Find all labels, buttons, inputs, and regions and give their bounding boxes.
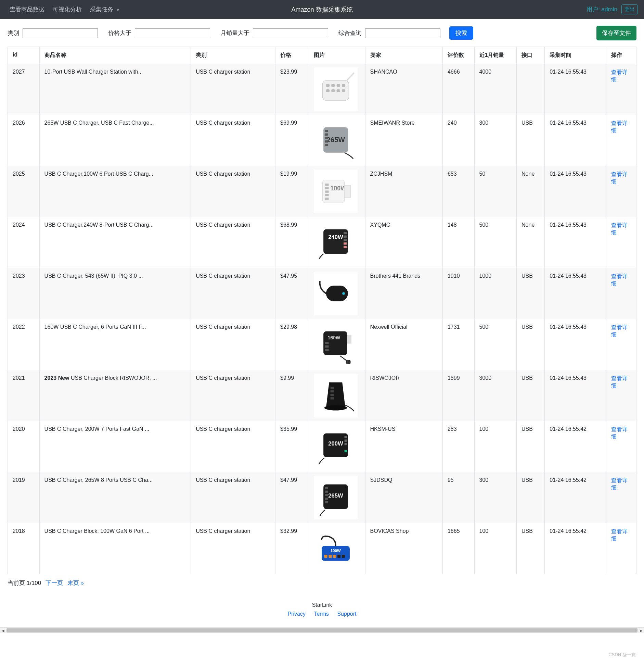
svg-line-9 <box>347 73 354 80</box>
svg-rect-56 <box>325 494 328 496</box>
th-category: 类别 <box>191 47 275 64</box>
nav-link-products[interactable]: 查看商品数据 <box>6 3 48 15</box>
save-to-file-button[interactable]: 保存至文件 <box>596 26 636 40</box>
svg-text:240W: 240W <box>328 234 343 240</box>
footer-link-privacy[interactable]: Privacy <box>288 611 306 617</box>
cell-image: 100W <box>309 523 365 574</box>
chevron-down-icon: ▼ <box>116 8 120 12</box>
svg-rect-54 <box>325 487 328 489</box>
svg-rect-64 <box>337 555 340 558</box>
cell-reviews: 4666 <box>442 64 474 115</box>
cell-category: USB C charger station <box>191 523 275 574</box>
logout-button[interactable]: 登出 <box>621 4 638 14</box>
svg-rect-65 <box>342 555 345 558</box>
table-row: 2022 160W USB C Charger, 6 Ports GaN III… <box>8 319 636 370</box>
cell-seller: SMEIWANR Store <box>365 115 442 166</box>
view-detail-link[interactable]: 查看详细 <box>611 426 628 439</box>
scroll-left-arrow-icon[interactable]: ◀ <box>0 628 6 634</box>
scrollbar-thumb[interactable] <box>7 628 637 632</box>
table-row: 2027 10-Port USB Wall Charger Station wi… <box>8 64 636 115</box>
cell-port: USB <box>517 523 545 574</box>
cell-time: 01-24 16:55:43 <box>545 64 606 115</box>
product-image-icon: 160W <box>314 323 358 366</box>
cell-price: $47.95 <box>275 268 309 319</box>
view-detail-link[interactable]: 查看详细 <box>611 222 628 235</box>
product-image-icon: 100W <box>314 170 358 213</box>
nav-link-visual[interactable]: 可视化分析 <box>49 3 85 15</box>
svg-rect-24 <box>344 185 350 198</box>
svg-rect-49 <box>344 440 347 442</box>
cell-name: 265W USB C Charger, USB C Fast Charge... <box>39 115 191 166</box>
cell-category: USB C charger station <box>191 421 275 472</box>
cell-sales: 4000 <box>474 64 516 115</box>
cell-seller: SJDSDQ <box>365 472 442 523</box>
svg-rect-1 <box>326 84 330 87</box>
cell-port: None <box>517 166 545 217</box>
cell-image: 160W <box>309 319 365 370</box>
table-row: 2021 2023 New USB Charger Block RISWOJOR… <box>8 370 636 421</box>
cell-name: USB C Charger Block, 100W GaN 6 Port ... <box>39 523 191 574</box>
svg-rect-20 <box>325 187 329 189</box>
sales-gt-label: 月销量大于 <box>220 29 249 37</box>
last-page-link[interactable]: 末页 » <box>67 580 84 586</box>
cell-time: 01-24 16:55:43 <box>545 217 606 268</box>
cell-price: $23.99 <box>275 64 309 115</box>
cell-reviews: 283 <box>442 421 474 472</box>
th-time: 采集时间 <box>545 47 606 64</box>
footer-link-terms[interactable]: Terms <box>314 611 329 617</box>
th-port: 接口 <box>517 47 545 64</box>
cell-category: USB C charger station <box>191 319 275 370</box>
navbar: 查看商品数据 可视化分析 采集任务 ▼ Amazon 数据采集系统 用户: ad… <box>0 0 644 19</box>
view-detail-link[interactable]: 查看详细 <box>611 528 628 541</box>
cell-name: 160W USB C Charger, 6 Ports GaN III F... <box>39 319 191 370</box>
view-detail-link[interactable]: 查看详细 <box>611 69 628 82</box>
query-input[interactable] <box>365 28 440 38</box>
svg-rect-51 <box>344 450 347 452</box>
table-header-row: id 商品名称 类别 价格 图片 卖家 评价数 近1月销量 接口 采集时间 操作 <box>8 47 636 64</box>
cell-reviews: 240 <box>442 115 474 166</box>
cell-category: USB C charger station <box>191 166 275 217</box>
svg-rect-21 <box>325 190 329 192</box>
view-detail-link[interactable]: 查看详细 <box>611 375 628 388</box>
sales-gt-input[interactable] <box>253 28 328 38</box>
table-row: 2025 USB C Charger,100W 6 Port USB C Cha… <box>8 166 636 217</box>
scroll-right-arrow-icon[interactable]: ▶ <box>638 628 644 634</box>
cell-seller: XYQMC <box>365 217 442 268</box>
horizontal-scrollbar[interactable]: ◀ ▶ <box>0 627 644 633</box>
product-image-icon: 100W <box>314 527 358 571</box>
category-label: 类别 <box>8 29 19 37</box>
svg-rect-42 <box>331 387 334 389</box>
nav-link-tasks[interactable]: 采集任务 ▼ <box>87 3 123 15</box>
cell-action: 查看详细 <box>606 115 636 166</box>
cell-id: 2020 <box>8 421 40 472</box>
view-detail-link[interactable]: 查看详细 <box>611 324 628 337</box>
app-title: Amazon 数据采集系统 <box>291 5 352 14</box>
cell-image <box>309 370 365 421</box>
cell-price: $68.99 <box>275 217 309 268</box>
svg-rect-45 <box>331 397 334 399</box>
svg-rect-28 <box>344 236 347 238</box>
svg-point-33 <box>342 292 345 295</box>
view-detail-link[interactable]: 查看详细 <box>611 120 628 133</box>
cell-id: 2025 <box>8 166 40 217</box>
category-input[interactable] <box>23 28 98 38</box>
view-detail-link[interactable]: 查看详细 <box>611 171 628 184</box>
cell-price: $35.99 <box>275 421 309 472</box>
view-detail-link[interactable]: 查看详细 <box>611 273 628 286</box>
search-button[interactable]: 搜索 <box>449 26 473 40</box>
th-action: 操作 <box>606 47 636 64</box>
view-detail-link[interactable]: 查看详细 <box>611 477 628 490</box>
footer-link-support[interactable]: Support <box>337 611 356 617</box>
cell-reviews: 148 <box>442 217 474 268</box>
price-gt-input[interactable] <box>135 28 210 38</box>
next-page-link[interactable]: 下一页 <box>46 580 63 586</box>
svg-rect-27 <box>344 232 347 234</box>
svg-rect-43 <box>331 390 334 392</box>
svg-rect-58 <box>325 501 328 503</box>
scrollbar-track[interactable] <box>6 628 638 633</box>
cell-name: USB C Charger, 543 (65W II), PIQ 3.0 ... <box>39 268 191 319</box>
svg-rect-48 <box>344 436 347 438</box>
cell-price: $19.99 <box>275 166 309 217</box>
cell-id: 2022 <box>8 319 40 370</box>
cell-seller: Nexwell Official <box>365 319 442 370</box>
